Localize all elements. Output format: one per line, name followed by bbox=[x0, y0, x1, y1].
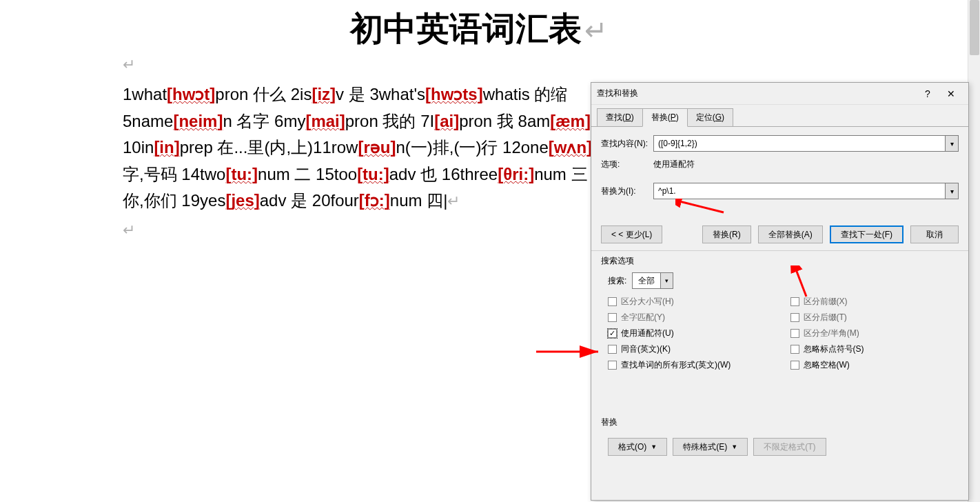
tab-find[interactable]: 查找(D) bbox=[597, 108, 643, 127]
replace-button[interactable]: 替换(R) bbox=[702, 225, 751, 243]
phonetic-text: [mai] bbox=[305, 112, 345, 130]
body-text: n(一)排,(一)行 12one bbox=[396, 138, 548, 157]
body-text: 5name bbox=[123, 112, 173, 130]
find-content-combo[interactable]: ▾ bbox=[653, 135, 959, 152]
checkbox-icon bbox=[790, 297, 799, 306]
checkbox-icon bbox=[608, 313, 617, 322]
phonetic-text: [neim] bbox=[173, 112, 223, 130]
checkbox-label: 区分后缀(T) bbox=[804, 312, 847, 323]
body-text: n 名字 6my bbox=[223, 112, 305, 130]
checkbox-label: 区分全/半角(M) bbox=[804, 328, 859, 339]
checkbox-label: 全字匹配(Y) bbox=[621, 312, 665, 323]
checkbox-icon[interactable] bbox=[790, 345, 799, 354]
close-button[interactable]: ✕ bbox=[939, 86, 963, 102]
search-scope-label: 搜索: bbox=[608, 275, 626, 287]
replace-all-button[interactable]: 全部替换(A) bbox=[758, 225, 823, 243]
find-content-label: 查找内容(N): bbox=[601, 138, 653, 150]
checkbox-icon[interactable] bbox=[608, 329, 617, 338]
options-value: 使用通配符 bbox=[653, 159, 695, 170]
dialog-title: 查找和替换 bbox=[597, 88, 916, 99]
phonetic-text: [rəu] bbox=[358, 138, 396, 157]
dialog-titlebar[interactable]: 查找和替换 ? ✕ bbox=[591, 83, 968, 105]
find-next-button[interactable]: 查找下一处(F) bbox=[830, 225, 904, 243]
replace-with-input[interactable] bbox=[653, 183, 945, 199]
body-text: num 二 15too bbox=[258, 165, 357, 183]
body-text: 你,你们 19yes bbox=[123, 191, 225, 210]
body-text: pron 我的 7I bbox=[345, 112, 434, 130]
checkbox-label: 区分前缀(X) bbox=[804, 296, 848, 308]
tab-goto[interactable]: 定位(G) bbox=[687, 108, 733, 127]
checkbox-label: 区分大小写(H) bbox=[621, 296, 674, 308]
paragraph-mark-icon: ↵ bbox=[447, 192, 460, 210]
replace-with-label: 替换为(I): bbox=[601, 185, 653, 197]
phonetic-text: [fɔ:] bbox=[359, 191, 390, 210]
replace-section-label: 替换 bbox=[601, 416, 959, 428]
body-text: 字,号码 14two bbox=[123, 165, 225, 183]
help-button[interactable]: ? bbox=[916, 86, 939, 102]
vertical-scrollbar[interactable] bbox=[968, 0, 980, 502]
phonetic-text: [θri:] bbox=[498, 165, 534, 183]
body-text: num 三 bbox=[534, 165, 587, 183]
document-title: 初中英语词汇表 bbox=[350, 10, 582, 47]
body-text: whatis 的缩 bbox=[483, 85, 568, 103]
format-button[interactable]: 格式(O)▼ bbox=[608, 438, 667, 456]
checkbox-icon bbox=[608, 297, 617, 306]
phonetic-text: [tu:] bbox=[357, 165, 389, 183]
checkbox-label: 使用通配符(U) bbox=[621, 328, 674, 339]
checkbox-option: 区分全/半角(M) bbox=[790, 328, 959, 339]
caret-down-icon: ▼ bbox=[651, 443, 657, 450]
checkbox-label: 同音(英文)(K) bbox=[621, 343, 671, 355]
phonetic-text: [ai] bbox=[434, 112, 459, 130]
phonetic-text: [hwɔt] bbox=[167, 85, 215, 103]
search-scope-select[interactable]: 全部 ▾ bbox=[632, 272, 673, 289]
cancel-button[interactable]: 取消 bbox=[910, 225, 959, 243]
checkbox-grid: 区分大小写(H)区分前缀(X)全字匹配(Y)区分后缀(T)使用通配符(U)区分全… bbox=[601, 296, 959, 371]
caret-down-icon: ▼ bbox=[731, 443, 737, 450]
checkbox-option[interactable]: 同音(英文)(K) bbox=[608, 343, 777, 355]
phonetic-text: [wʌn] bbox=[549, 138, 592, 157]
phonetic-text: [æm] bbox=[550, 112, 591, 130]
checkbox-option: 区分前缀(X) bbox=[790, 296, 959, 308]
checkbox-option: 区分大小写(H) bbox=[608, 296, 777, 308]
less-button[interactable]: < < 更少(L) bbox=[601, 225, 662, 243]
body-text: v 是 3what's bbox=[336, 85, 425, 103]
checkbox-option[interactable]: 使用通配符(U) bbox=[608, 328, 777, 339]
body-text: prep 在...里(内,上)11row bbox=[180, 138, 358, 157]
checkbox-option[interactable]: 忽略空格(W) bbox=[790, 359, 959, 371]
checkbox-icon[interactable] bbox=[608, 345, 617, 354]
phonetic-text: [iz] bbox=[312, 85, 336, 103]
find-dropdown-icon[interactable]: ▾ bbox=[945, 135, 959, 152]
paragraph-mark-icon: ↵ bbox=[123, 56, 135, 73]
tab-replace[interactable]: 替换(P) bbox=[642, 108, 688, 127]
dialog-tabs: 查找(D) 替换(P) 定位(G) bbox=[591, 105, 968, 126]
checkbox-icon[interactable] bbox=[608, 361, 617, 370]
phonetic-text: [in] bbox=[154, 138, 179, 157]
checkbox-option: 全字匹配(Y) bbox=[608, 312, 777, 323]
phonetic-text: [jes] bbox=[225, 191, 259, 210]
body-text: 1what bbox=[123, 85, 167, 103]
checkbox-option[interactable]: 忽略标点符号(S) bbox=[790, 343, 959, 355]
replace-with-combo[interactable]: ▾ bbox=[653, 183, 959, 199]
checkbox-option[interactable]: 查找单词的所有形式(英文)(W) bbox=[608, 359, 777, 371]
body-text: adv 也 16three bbox=[389, 165, 498, 183]
checkbox-icon bbox=[790, 329, 799, 338]
paragraph-mark-icon: ↵ bbox=[584, 15, 608, 46]
chevron-down-icon[interactable]: ▾ bbox=[660, 273, 673, 288]
search-options-label: 搜索选项 bbox=[601, 255, 959, 267]
checkbox-label: 忽略空格(W) bbox=[804, 359, 850, 371]
find-content-input[interactable] bbox=[653, 135, 945, 152]
checkbox-icon[interactable] bbox=[790, 361, 799, 370]
phonetic-text: [hwɔts] bbox=[425, 85, 483, 103]
find-replace-dialog: 查找和替换 ? ✕ 查找(D) 替换(P) 定位(G) 查找内容(N): ▾ 选… bbox=[591, 82, 969, 501]
replace-panel: 查找内容(N): ▾ 选项: 使用通配符 替换为(I): ▾ < < 更少(L)… bbox=[591, 126, 968, 464]
body-text: adv 是 20four bbox=[260, 191, 359, 210]
checkbox-icon bbox=[790, 313, 799, 322]
body-text: 10in bbox=[123, 138, 154, 157]
special-format-button[interactable]: 特殊格式(E)▼ bbox=[673, 438, 748, 456]
no-format-button: 不限定格式(T) bbox=[753, 438, 826, 456]
body-text: num 四 bbox=[390, 191, 443, 210]
body-text: pron 什么 2is bbox=[215, 85, 312, 103]
replace-dropdown-icon[interactable]: ▾ bbox=[945, 183, 959, 199]
search-scope-value: 全部 bbox=[633, 275, 660, 287]
paragraph-mark-icon: ↵ bbox=[123, 221, 135, 239]
